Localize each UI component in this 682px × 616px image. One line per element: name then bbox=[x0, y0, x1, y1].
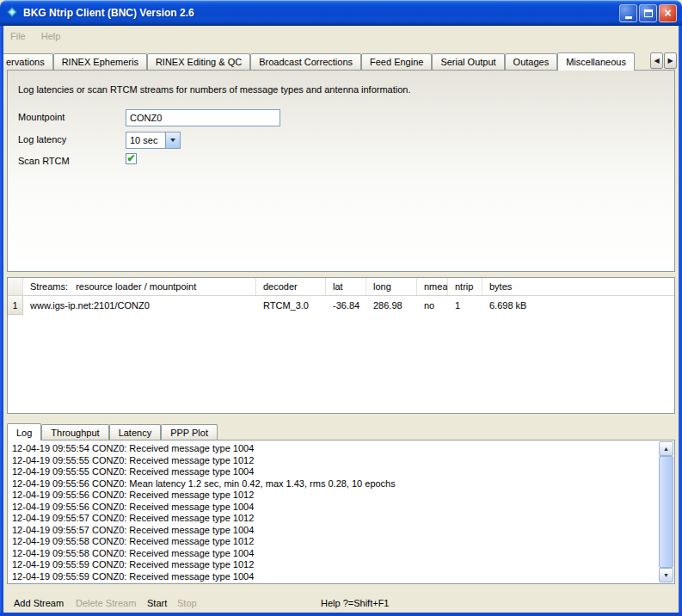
log-line: 12-04-19 09:55:59 CONZ0: Received messag… bbox=[12, 559, 655, 571]
header-lat[interactable]: lat bbox=[326, 278, 366, 295]
close-button[interactable]: × bbox=[659, 4, 677, 22]
add-stream-button[interactable]: Add Stream bbox=[14, 598, 64, 608]
log-line: 12-04-19 09:55:58 CONZ0: Received messag… bbox=[12, 536, 655, 548]
log-line: 12-04-19 09:55:54 CONZ0: Received messag… bbox=[12, 443, 655, 455]
mountpoint-label: Mountpoint bbox=[18, 112, 65, 122]
header-nmea[interactable]: nmea bbox=[417, 278, 448, 295]
menu-file[interactable]: File bbox=[10, 31, 26, 41]
header-long[interactable]: long bbox=[366, 278, 417, 295]
cell-long: 286.98 bbox=[366, 296, 417, 315]
streams-table: Streams: resource loader / mountpoint de… bbox=[7, 277, 675, 414]
window-border-bottom bbox=[0, 613, 682, 616]
cell-mountpoint: www.igs-ip.net:2101/CONZ0 bbox=[23, 296, 256, 315]
tab-broadcast-corrections[interactable]: Broadcast Corrections bbox=[250, 53, 361, 70]
table-corner-cell bbox=[8, 278, 23, 295]
bottom-tabbar: Log Throughput Latency PPP Plot bbox=[7, 422, 218, 440]
log-line: 12-04-19 09:55:58 CONZ0: Received messag… bbox=[12, 548, 655, 560]
titlebar[interactable]: BKG Ntrip Client (BNC) Version 2.6 × bbox=[0, 0, 682, 26]
tab-miscellaneous[interactable]: Miscellaneous bbox=[557, 52, 635, 71]
log-latency-label: Log latency bbox=[18, 134, 66, 145]
mountpoint-input[interactable] bbox=[126, 109, 280, 126]
window-controls: × bbox=[619, 4, 677, 22]
minimize-icon bbox=[625, 16, 632, 19]
maximize-button[interactable] bbox=[639, 4, 657, 22]
scroll-down-button[interactable]: ▼ bbox=[659, 568, 673, 582]
tab-outages[interactable]: Outages bbox=[505, 53, 558, 70]
log-line: 12-04-19 09:55:57 CONZ0: Received messag… bbox=[12, 525, 655, 537]
miscellaneous-panel: Log latencies or scan RTCM streams for n… bbox=[7, 70, 675, 272]
tab-throughput[interactable]: Throughput bbox=[41, 424, 108, 440]
window-title: BKG Ntrip Client (BNC) Version 2.6 bbox=[23, 7, 194, 19]
log-view[interactable]: 12-04-19 09:55:54 CONZ0: Received messag… bbox=[7, 440, 675, 584]
tab-feed-engine[interactable]: Feed Engine bbox=[361, 53, 432, 70]
tab-observations[interactable]: ervations bbox=[3, 53, 53, 70]
stream-row[interactable]: 1 www.igs-ip.net:2101/CONZ0 RTCM_3.0 -36… bbox=[8, 296, 674, 315]
window-border-left bbox=[0, 26, 3, 616]
panel-description: Log latencies or scan RTCM streams for n… bbox=[18, 84, 411, 95]
statusbar: Add Stream Delete Stream Start Stop Help… bbox=[3, 587, 679, 613]
log-line: 12-04-19 09:55:56 CONZ0: Received messag… bbox=[12, 490, 655, 502]
tab-scroll-buttons: ◀ ▶ bbox=[650, 52, 677, 69]
chevron-down-icon bbox=[170, 139, 175, 142]
main-tabbar: ervations RINEX Ephemeris RINEX Editing … bbox=[3, 52, 679, 70]
log-line: 12-04-19 09:55:55 CONZ0: Received messag… bbox=[12, 466, 655, 478]
log-scrollbar[interactable]: ▲ ▼ bbox=[659, 441, 673, 582]
down-arrow-icon: ▼ bbox=[663, 572, 669, 578]
check-icon: ✔ bbox=[126, 154, 135, 163]
cell-decoder: RTCM_3.0 bbox=[256, 296, 326, 315]
cell-ntrip: 1 bbox=[448, 296, 482, 315]
log-line: 12-04-19 09:55:56 CONZ0: Mean latency 1.… bbox=[12, 478, 655, 490]
start-button[interactable]: Start bbox=[147, 598, 167, 608]
log-latency-select[interactable]: 10 sec bbox=[126, 132, 181, 149]
log-line: 12-04-19 09:55:57 CONZ0: Received messag… bbox=[12, 513, 655, 525]
left-arrow-icon: ◀ bbox=[654, 57, 659, 65]
cell-bytes: 6.698 kB bbox=[482, 296, 674, 315]
tab-scroll-left-button[interactable]: ◀ bbox=[650, 52, 663, 69]
scan-rtcm-checkbox[interactable]: ✔ bbox=[126, 153, 137, 164]
app-window: BKG Ntrip Client (BNC) Version 2.6 × Fil… bbox=[0, 0, 682, 616]
minimize-button[interactable] bbox=[619, 4, 637, 22]
tab-latency[interactable]: Latency bbox=[109, 424, 162, 440]
tab-log[interactable]: Log bbox=[7, 423, 41, 440]
tab-serial-output[interactable]: Serial Output bbox=[432, 53, 504, 70]
tab-ppp-plot[interactable]: PPP Plot bbox=[161, 424, 218, 440]
tab-rinex-editing-qc[interactable]: RINEX Editing & QC bbox=[147, 53, 250, 70]
log-lines: 12-04-19 09:55:54 CONZ0: Received messag… bbox=[12, 443, 655, 582]
header-bytes[interactable]: bytes bbox=[482, 278, 674, 295]
log-line: 12-04-19 09:55:59 CONZ0: Received messag… bbox=[12, 571, 655, 582]
tab-rinex-ephemeris[interactable]: RINEX Ephemeris bbox=[53, 53, 147, 70]
cell-lat: -36.84 bbox=[326, 296, 366, 315]
header-ntrip[interactable]: ntrip bbox=[448, 278, 482, 295]
scrollbar-thumb[interactable] bbox=[659, 456, 673, 568]
scan-rtcm-label: Scan RTCM bbox=[18, 156, 70, 166]
maximize-icon bbox=[644, 9, 653, 17]
log-latency-value: 10 sec bbox=[126, 132, 165, 148]
log-line: 12-04-19 09:55:56 CONZ0: Received messag… bbox=[12, 502, 655, 514]
log-latency-dropdown-button[interactable] bbox=[165, 132, 180, 148]
menu-help[interactable]: Help bbox=[41, 31, 61, 41]
scroll-up-button[interactable]: ▲ bbox=[659, 441, 673, 456]
stop-button[interactable]: Stop bbox=[177, 598, 197, 608]
close-icon: × bbox=[664, 7, 671, 19]
log-line: 12-04-19 09:55:55 CONZ0: Received messag… bbox=[12, 455, 655, 467]
up-arrow-icon: ▲ bbox=[663, 446, 669, 452]
client-area: File Help ervations RINEX Ephemeris RINE… bbox=[3, 26, 679, 613]
header-decoder[interactable]: decoder bbox=[256, 278, 326, 295]
header-mountpoint[interactable]: Streams: resource loader / mountpoint bbox=[23, 278, 256, 295]
help-hint: Help ?=Shift+F1 bbox=[321, 598, 390, 608]
streams-table-header: Streams: resource loader / mountpoint de… bbox=[8, 278, 674, 296]
tab-scroll-right-button[interactable]: ▶ bbox=[664, 52, 677, 69]
right-arrow-icon: ▶ bbox=[667, 57, 673, 65]
app-icon bbox=[5, 5, 19, 21]
cell-nmea: no bbox=[417, 296, 448, 315]
row-number: 1 bbox=[8, 296, 23, 315]
delete-stream-button[interactable]: Delete Stream bbox=[76, 598, 136, 608]
menubar: File Help bbox=[3, 28, 679, 45]
window-border-right bbox=[679, 26, 682, 616]
